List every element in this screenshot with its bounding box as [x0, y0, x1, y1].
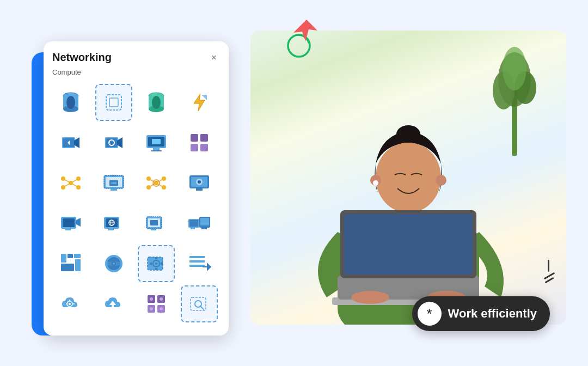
svg-point-109	[150, 307, 153, 310]
icon-gear-box[interactable]	[138, 245, 175, 282]
svg-rect-37	[111, 188, 117, 191]
icon-cube-refresh[interactable]	[95, 124, 132, 161]
icon-target[interactable]	[95, 84, 132, 121]
svg-point-3	[66, 96, 75, 109]
close-button[interactable]: ×	[208, 52, 220, 64]
svg-rect-91	[189, 256, 205, 258]
icon-network-gear[interactable]	[138, 164, 175, 202]
svg-point-86	[155, 263, 157, 265]
panel-title: Networking	[52, 51, 112, 64]
svg-line-46	[156, 179, 164, 183]
svg-rect-74	[61, 254, 66, 263]
badge-asterisk-icon: *	[418, 302, 442, 326]
icon-search-box[interactable]	[181, 285, 218, 322]
cursor-icon-group	[278, 14, 327, 65]
svg-rect-101	[73, 303, 75, 304]
svg-rect-19	[153, 148, 160, 150]
icons-grid	[52, 84, 220, 322]
svg-rect-71	[200, 218, 209, 225]
decorative-lines	[542, 260, 555, 281]
work-efficiently-badge: * Work efficiently	[412, 296, 550, 331]
svg-point-124	[376, 142, 441, 213]
badge-label: Work efficiently	[448, 307, 537, 321]
svg-rect-60	[108, 229, 114, 230]
svg-point-133	[351, 291, 389, 304]
svg-rect-93	[189, 265, 205, 267]
icon-monitor-globe[interactable]	[95, 205, 132, 242]
main-scene: Networking × Compute	[22, 20, 566, 346]
svg-line-32	[71, 179, 78, 183]
svg-rect-98	[69, 300, 70, 301]
icon-cloud-gear[interactable]	[52, 285, 89, 322]
svg-rect-57	[65, 229, 71, 230]
svg-point-125	[396, 125, 420, 143]
icon-multi-monitor[interactable]	[181, 205, 218, 242]
svg-rect-56	[63, 218, 75, 227]
icon-cube-arrow[interactable]	[52, 124, 89, 161]
svg-point-27	[61, 176, 65, 181]
svg-rect-77	[61, 264, 74, 271]
svg-rect-99	[69, 307, 70, 308]
svg-point-9	[152, 96, 161, 109]
icon-spool-blue[interactable]	[138, 84, 175, 121]
svg-rect-87	[155, 257, 157, 259]
icon-spool[interactable]	[52, 84, 89, 121]
svg-point-97	[69, 303, 71, 305]
svg-point-83	[105, 261, 122, 266]
icon-stack-purple[interactable]	[138, 285, 175, 322]
svg-rect-69	[189, 220, 198, 227]
svg-line-34	[71, 183, 78, 187]
svg-rect-132	[344, 214, 473, 274]
icon-monitor-box[interactable]	[95, 164, 132, 202]
svg-rect-52	[196, 188, 203, 191]
icon-grid-purple[interactable]	[181, 124, 218, 161]
svg-rect-67	[150, 220, 158, 225]
person-silhouette	[250, 58, 566, 325]
svg-point-110	[160, 307, 163, 310]
svg-rect-72	[191, 228, 195, 229]
svg-rect-20	[151, 150, 162, 151]
svg-rect-89	[150, 263, 152, 265]
panel-subtitle: Compute	[52, 68, 220, 76]
svg-point-29	[61, 185, 65, 190]
svg-line-45	[149, 179, 156, 183]
svg-point-107	[150, 297, 153, 301]
icon-list-arrow[interactable]	[181, 245, 218, 282]
svg-marker-11	[201, 95, 207, 100]
svg-rect-78	[75, 259, 81, 271]
svg-rect-73	[201, 228, 207, 229]
icon-network-orange[interactable]	[52, 164, 89, 202]
svg-line-48	[156, 183, 164, 187]
svg-point-43	[146, 185, 151, 190]
networking-panel: Networking × Compute	[44, 41, 229, 335]
svg-line-33	[63, 183, 71, 187]
icon-lightning[interactable]	[181, 84, 218, 121]
icon-monitor-cube2[interactable]	[138, 205, 175, 242]
icon-monitor-blue[interactable]	[181, 164, 218, 202]
photo-area	[250, 30, 566, 325]
svg-rect-90	[161, 263, 163, 265]
svg-point-108	[160, 297, 163, 301]
svg-rect-100	[66, 303, 68, 304]
svg-point-128	[373, 180, 378, 186]
svg-point-41	[146, 176, 151, 181]
svg-rect-23	[200, 134, 208, 142]
svg-point-127	[436, 175, 446, 186]
icon-monitor-screen[interactable]	[52, 205, 89, 242]
svg-line-47	[149, 183, 156, 187]
svg-rect-25	[200, 144, 208, 151]
svg-rect-88	[155, 268, 157, 270]
icon-monitor-cube[interactable]	[138, 124, 175, 161]
svg-rect-4	[106, 95, 121, 110]
svg-marker-115	[293, 20, 317, 41]
svg-line-31	[63, 179, 71, 183]
svg-line-113	[200, 306, 204, 309]
svg-rect-22	[191, 134, 198, 142]
panel-header: Networking ×	[52, 51, 220, 64]
svg-rect-24	[191, 144, 198, 151]
icon-cloud-upload[interactable]	[95, 285, 132, 322]
icon-grid-blue[interactable]	[52, 245, 89, 282]
svg-rect-5	[109, 98, 118, 107]
svg-rect-76	[74, 254, 81, 258]
icon-disc[interactable]	[95, 245, 132, 282]
